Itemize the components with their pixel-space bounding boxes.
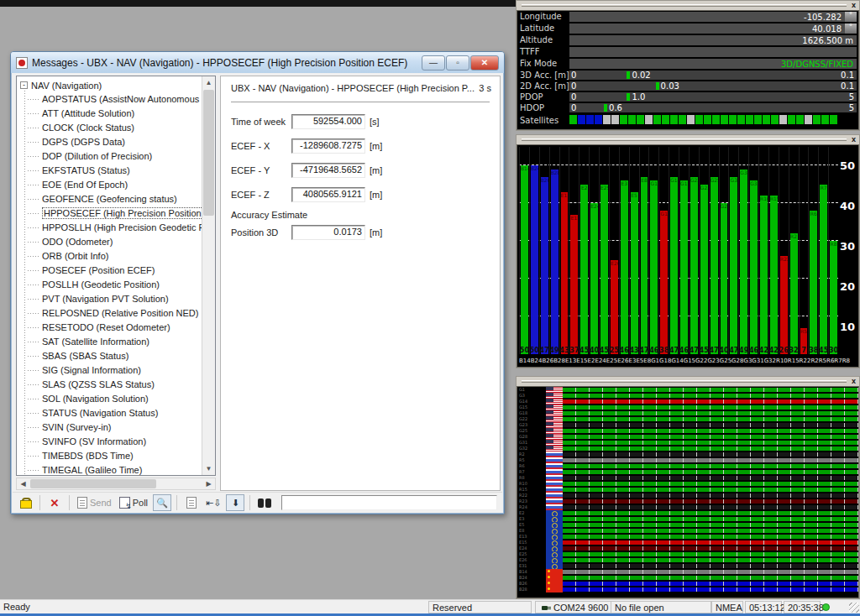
- tree-item-hpposllh[interactable]: HPPOSLLH (High Precision Geodetic P: [20, 221, 202, 235]
- cno-bar: G18: [660, 211, 668, 354]
- satellite-square-green: [763, 115, 770, 124]
- close-panel-icon[interactable]: x: [850, 2, 857, 9]
- tree-item-dgps[interactable]: DGPS (DGPS Data): [20, 135, 202, 149]
- tree-item-posllh[interactable]: POSLLH (Geodetic Position): [20, 278, 202, 292]
- resize-grip[interactable]: [849, 603, 859, 613]
- tree-item-clock[interactable]: CLOCK (Clock Status): [20, 121, 202, 135]
- bar-top-label: R2: [790, 233, 798, 239]
- close-button[interactable]: ✕: [470, 55, 499, 70]
- tree-item-hpposecef[interactable]: HPPOSECEF (High Precision Position E: [20, 206, 202, 221]
- tree-item-orb[interactable]: ORB (Orbit Info): [20, 249, 202, 264]
- panel-grip[interactable]: [522, 380, 847, 383]
- panel-grip[interactable]: [522, 138, 847, 141]
- x-axis-satellite-id: B26: [542, 355, 553, 366]
- tree-item-ekfstatus[interactable]: EKFSTATUS (Status): [20, 164, 202, 178]
- position-3d-value[interactable]: 0.0173: [291, 225, 365, 240]
- history-row-B28: B28: [517, 587, 858, 593]
- bar-top-label: B28: [551, 170, 558, 175]
- tree-item-dop[interactable]: DOP (Dilution of Precision): [20, 149, 202, 164]
- fix-panel-header[interactable]: x: [517, 1, 859, 10]
- tree-item-slas[interactable]: SLAS (QZSS SLAS Status): [20, 378, 202, 392]
- cno-bar: E26: [611, 260, 618, 354]
- bar-column-G1: G146: [648, 147, 658, 354]
- clear-button[interactable]: ✕: [45, 494, 64, 511]
- field-value-box[interactable]: 4080565.9121: [291, 187, 365, 202]
- tree-vscroll-thumb[interactable]: [203, 90, 214, 216]
- status-time-local: 20:35:38: [784, 601, 821, 613]
- tree-item-eoe[interactable]: EOE (End Of Epoch): [20, 178, 202, 192]
- lock-button[interactable]: [16, 494, 34, 511]
- autopoll-button[interactable]: 🔍: [153, 494, 171, 511]
- tree-item-label: HPPOSLLH (High Precision Geodetic P: [42, 222, 205, 232]
- tree-item-status[interactable]: STATUS (Navigation Status): [20, 406, 202, 420]
- history-bar-dark: [563, 493, 858, 498]
- tree-root-nav[interactable]: - NAV (Navigation): [20, 78, 202, 92]
- tree-item-relposned[interactable]: RELPOSNED (Relative Position NED): [20, 306, 202, 321]
- import-button[interactable]: ⇤⇩: [203, 494, 223, 511]
- history-row-id: E5: [517, 522, 546, 528]
- field-value-box[interactable]: -4719648.5652: [291, 163, 365, 178]
- record-button[interactable]: ⬇: [226, 494, 244, 511]
- tree-item-resetodo[interactable]: RESETODO (Reset Odometer): [20, 321, 202, 335]
- tree-item-posecef[interactable]: POSECEF (Position ECEF): [20, 264, 202, 278]
- bar-column-B24: B2450: [529, 147, 539, 354]
- tree-item-pvt[interactable]: PVT (Navigation PVT Solution): [20, 292, 202, 306]
- tree-item-sbas[interactable]: SBAS (SBAS Status): [20, 349, 202, 363]
- bar-column-E3: E346: [619, 147, 629, 354]
- scroll-right-icon[interactable]: ▶: [202, 478, 215, 489]
- tree-horizontal-scrollbar[interactable]: ◀ ▶: [16, 478, 216, 490]
- tree-item-timegal[interactable]: TIMEGAL (Galileo Time): [20, 463, 202, 476]
- history-panel-header[interactable]: x: [517, 377, 859, 386]
- cno-panel-header[interactable]: x: [517, 135, 859, 144]
- flag-ru-icon: [546, 457, 563, 463]
- poll-button[interactable]: Poll: [117, 494, 150, 511]
- field-value-box[interactable]: 592554.000: [291, 114, 365, 129]
- tree-item-sat[interactable]: SAT (Satellite Information): [20, 335, 202, 349]
- gauge-bar: 00.10.03: [569, 81, 857, 91]
- minimize-button[interactable]: —: [422, 55, 445, 70]
- bar-column-R7: R745: [818, 147, 828, 354]
- tree-item-aopstatus[interactable]: AOPSTATUS (AssistNow Autonomous: [20, 92, 202, 107]
- collapse-icon[interactable]: -: [20, 81, 28, 89]
- toolbar-text-field[interactable]: [281, 495, 497, 510]
- status-protocol[interactable]: NMEA: [711, 601, 743, 613]
- history-bar-blue: [563, 587, 858, 592]
- close-panel-icon[interactable]: x: [850, 136, 857, 144]
- history-row-id: G1: [517, 387, 546, 393]
- scroll-down-icon[interactable]: ▼: [202, 462, 215, 475]
- history-row-id: G3: [517, 393, 546, 399]
- x-axis-satellite-id: G28: [732, 355, 743, 366]
- copy-button[interactable]: [182, 494, 201, 511]
- bar-top-label: B14: [521, 165, 528, 171]
- tree-item-label: ORB (Orbit Info): [42, 251, 108, 261]
- tree-item-svinfo[interactable]: SVINFO (SV Information): [20, 435, 202, 449]
- lock-icon: [20, 498, 30, 509]
- gauge-hdop: HDOP050.6: [517, 102, 858, 113]
- scroll-left-icon[interactable]: ◀: [17, 478, 29, 489]
- tree-item-svin[interactable]: SVIN (Survey-in): [20, 420, 202, 435]
- bar-column-R8: R830: [828, 147, 838, 354]
- tree-item-sig[interactable]: SIG (Signal Information): [20, 363, 202, 378]
- tree-item-odo[interactable]: ODO (Odometer): [20, 235, 202, 249]
- x-axis-satellite-id: E25: [606, 355, 617, 366]
- gauge-value: 0.02: [632, 70, 650, 80]
- x-axis-satellite-id: G31: [752, 355, 763, 366]
- restore-button[interactable]: ▫: [446, 55, 469, 70]
- tree-item-label: HPPOSECEF (High Precision Position E: [42, 207, 212, 219]
- panel-grip[interactable]: [522, 4, 847, 7]
- find-button[interactable]: [255, 494, 274, 511]
- send-button[interactable]: Send: [75, 494, 114, 511]
- tree-vertical-scrollbar[interactable]: ▲ ▼: [202, 76, 215, 475]
- tree-hscroll-thumb[interactable]: [30, 479, 156, 488]
- bar-top-label: E15: [570, 215, 578, 221]
- tree-item-timebds[interactable]: TIMEBDS (BDS Time): [20, 449, 202, 463]
- close-panel-icon[interactable]: x: [850, 378, 857, 385]
- tree-item-att[interactable]: ATT (Attitude Solution): [20, 107, 202, 121]
- bar-column-G23: G2345: [699, 147, 709, 354]
- field-value-box[interactable]: -1289608.7275: [291, 138, 365, 154]
- messages-window-titlebar[interactable]: Messages - UBX - NAV (Navigation) - HPPO…: [11, 52, 504, 73]
- x-axis-satellite-id: E8: [643, 355, 651, 366]
- scroll-up-icon[interactable]: ▲: [202, 76, 215, 89]
- tree-item-sol[interactable]: SOL (Navigation Solution): [20, 392, 202, 406]
- tree-item-geofence[interactable]: GEOFENCE (Geofencing status): [20, 192, 202, 206]
